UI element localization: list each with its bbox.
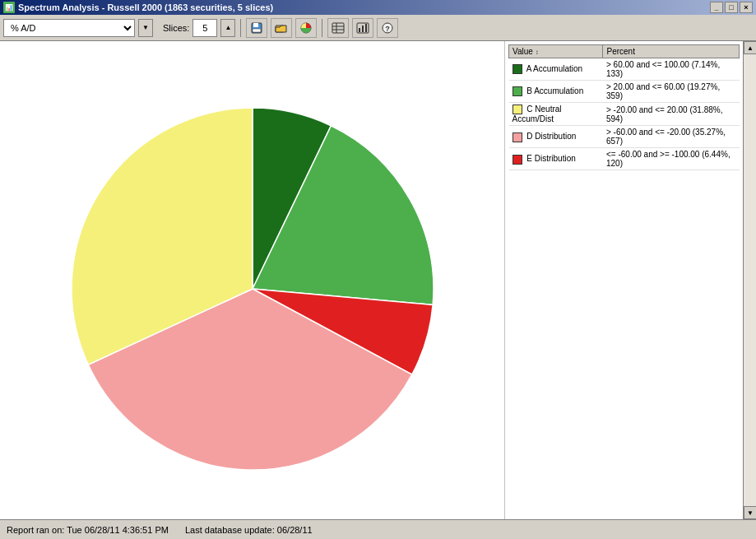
legend-row: A Accumulation > 60.00 and <= 100.00 (7.… bbox=[509, 58, 740, 81]
last-update-label: Last database update: 06/28/11 bbox=[185, 525, 313, 535]
legend-label-cell: D Distribution bbox=[509, 126, 603, 148]
legend-range-cell: > -20.00 and <= 20.00 (31.88%, 594) bbox=[603, 103, 740, 126]
legend-label: B Accumulation bbox=[526, 86, 583, 95]
window-controls: _ □ × bbox=[710, 2, 753, 13]
status-bar: Report ran on: Tue 06/28/11 4:36:51 PM L… bbox=[0, 519, 756, 539]
legend-label-cell: B Accumulation bbox=[509, 81, 603, 103]
legend-label: E Distribution bbox=[526, 154, 575, 163]
legend-color-2 bbox=[513, 105, 522, 114]
legend-label-cell: A Accumulation bbox=[509, 58, 603, 81]
legend-color-0 bbox=[513, 64, 522, 74]
legend-range-cell: > -60.00 and <= -20.00 (35.27%, 657) bbox=[603, 126, 740, 148]
chart-button[interactable] bbox=[295, 18, 317, 38]
svg-rect-2 bbox=[253, 29, 261, 32]
legend-label-cell: E Distribution bbox=[509, 148, 603, 170]
scroll-track bbox=[744, 54, 756, 506]
pie-chart bbox=[47, 75, 458, 486]
legend-color-3 bbox=[513, 132, 522, 142]
svg-text:?: ? bbox=[386, 25, 391, 33]
sort-icon: ↕ bbox=[536, 49, 539, 56]
main-content: Value ↕ Percent A Accumulation > 60.00 a… bbox=[0, 41, 756, 519]
help-button[interactable]: ? bbox=[377, 18, 398, 38]
legend-area: Value ↕ Percent A Accumulation > 60.00 a… bbox=[504, 41, 743, 519]
legend-color-4 bbox=[513, 155, 522, 165]
legend-range: > 60.00 and <= 100.00 (7.14%, 133) bbox=[606, 60, 720, 78]
open-button[interactable] bbox=[271, 18, 292, 38]
right-scrollbar: ▲ ▼ bbox=[743, 41, 756, 519]
select-dropdown-button[interactable]: ▼ bbox=[138, 19, 153, 37]
maximize-button[interactable]: □ bbox=[725, 2, 738, 13]
save-button[interactable] bbox=[246, 18, 267, 38]
close-button[interactable]: × bbox=[740, 2, 753, 13]
indicator-select[interactable]: % A/D bbox=[3, 19, 135, 37]
percent-column-header[interactable]: Percent bbox=[603, 45, 740, 58]
legend-range: > -20.00 and <= 20.00 (31.88%, 594) bbox=[606, 105, 723, 123]
minimize-button[interactable]: _ bbox=[710, 2, 723, 13]
scroll-up-button[interactable]: ▲ bbox=[744, 41, 756, 54]
legend-label-cell: C Neutral Accum/Dist bbox=[509, 103, 603, 126]
svg-rect-11 bbox=[359, 28, 360, 32]
value-column-header[interactable]: Value ↕ bbox=[509, 45, 603, 58]
title-bar: 📊 Spectrum Analysis - Russell 2000 (1863… bbox=[0, 0, 756, 15]
legend-row: D Distribution > -60.00 and <= -20.00 (3… bbox=[509, 126, 740, 148]
legend-row: E Distribution <= -60.00 and >= -100.00 … bbox=[509, 148, 740, 170]
svg-rect-12 bbox=[362, 26, 364, 32]
slices-input[interactable] bbox=[192, 19, 217, 37]
legend-range: > 20.00 and <= 60.00 (19.27%, 359) bbox=[606, 82, 720, 100]
table-button[interactable] bbox=[327, 18, 349, 38]
svg-rect-6 bbox=[332, 23, 344, 33]
legend-range-cell: > 60.00 and <= 100.00 (7.14%, 133) bbox=[603, 58, 740, 81]
slices-up-button[interactable]: ▲ bbox=[220, 19, 235, 37]
legend-range-cell: <= -60.00 and >= -100.00 (6.44%, 120) bbox=[603, 148, 740, 170]
toolbar: % A/D ▼ Slices: ▲ bbox=[0, 15, 756, 41]
window-title: Spectrum Analysis - Russell 2000 (1863 s… bbox=[18, 2, 273, 12]
svg-rect-13 bbox=[365, 24, 367, 32]
slices-label: Slices: bbox=[163, 23, 189, 33]
bars-button[interactable] bbox=[352, 18, 373, 38]
scroll-down-button[interactable]: ▼ bbox=[744, 506, 756, 519]
last-update-status: Last database update: 06/28/11 bbox=[185, 525, 313, 535]
legend-row: C Neutral Accum/Dist > -20.00 and <= 20.… bbox=[509, 103, 740, 126]
report-ran-label: Report ran on: Tue 06/28/11 4:36:51 PM bbox=[7, 525, 169, 535]
legend-table: Value ↕ Percent A Accumulation > 60.00 a… bbox=[508, 44, 740, 170]
legend-row: B Accumulation > 20.00 and <= 60.00 (19.… bbox=[509, 81, 740, 103]
toolbar-separator-1 bbox=[240, 19, 241, 37]
svg-rect-1 bbox=[253, 23, 258, 27]
legend-color-1 bbox=[513, 86, 522, 96]
chart-area bbox=[0, 41, 504, 519]
legend-range: > -60.00 and <= -20.00 (35.27%, 657) bbox=[606, 128, 726, 146]
report-ran-status: Report ran on: Tue 06/28/11 4:36:51 PM bbox=[7, 525, 169, 535]
legend-label: A Accumulation bbox=[526, 64, 582, 73]
legend-range-cell: > 20.00 and <= 60.00 (19.27%, 359) bbox=[603, 81, 740, 103]
legend-label: D Distribution bbox=[526, 132, 576, 141]
app-icon: 📊 bbox=[3, 2, 15, 13]
toolbar-separator-2 bbox=[322, 19, 322, 37]
legend-range: <= -60.00 and >= -100.00 (6.44%, 120) bbox=[606, 150, 730, 168]
